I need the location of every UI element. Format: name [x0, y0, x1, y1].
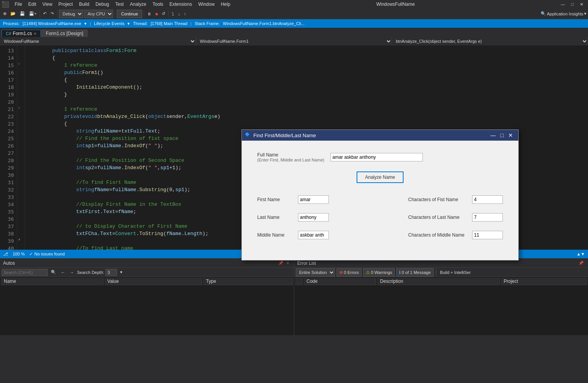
step-over-btn[interactable]: ⤵	[170, 10, 176, 18]
save-btn[interactable]: 💾	[18, 10, 27, 18]
step-in-btn[interactable]: ↓	[176, 10, 182, 18]
cpu-dropdown[interactable]: Any CPU	[84, 10, 113, 18]
autos-forward-btn[interactable]: →	[68, 268, 75, 277]
nav-type-dropdown[interactable]: WindowsFullName.Form1	[196, 37, 392, 45]
error-table-container[interactable]: Code Description Project	[294, 277, 588, 335]
dialog-body: Full Name (Enter First, Middle and Last …	[242, 141, 518, 260]
window-maximize-btn[interactable]: □	[568, 2, 577, 7]
warnings-btn[interactable]: ⚠ 0 Warnings	[363, 268, 395, 277]
chars-middle-input[interactable]	[472, 231, 503, 239]
search-depth-input[interactable]	[106, 269, 117, 276]
tab-form1-design-label: Form1.cs [Design]	[46, 31, 83, 36]
title-bar: WindowsFullName	[233, 2, 558, 7]
toolbar: ⊕ 📂 💾 💾+ ↶ ↷ Debug Any CPU Continue ⏸ ■ …	[0, 8, 588, 19]
app-insights-btn[interactable]: 🔍 Application Insights ▾	[541, 11, 586, 16]
undo-btn[interactable]: ↶	[42, 10, 48, 18]
menu-debug[interactable]: Debug	[92, 1, 112, 8]
chars-first-input[interactable]	[472, 195, 503, 204]
thread-label: Thread:	[133, 21, 147, 26]
vs-logo-icon: ⬛	[2, 1, 9, 8]
nav-class-dropdown[interactable]: WindowsFullName	[0, 37, 196, 45]
debug-dropdown[interactable]: Debug	[59, 10, 83, 18]
dialog-titlebar: 🔷 Find First/Middle/Last Name — □ ✕	[242, 130, 518, 141]
dialog-close-btn[interactable]: ✕	[506, 130, 515, 141]
menu-build[interactable]: Build	[76, 1, 92, 8]
code-line-22: private void btnAnalyze_Click(object sen…	[28, 113, 585, 120]
menu-view[interactable]: View	[39, 1, 55, 8]
open-btn[interactable]: 📂	[9, 10, 17, 18]
lifecycle-label: Lifecycle Events	[94, 21, 124, 26]
error-pin-btn[interactable]: 📌	[577, 259, 585, 267]
dialog-title: Find First/Middle/Last Name	[253, 133, 488, 138]
restart-btn[interactable]: ↺	[160, 10, 167, 18]
tab-form1-design[interactable]: Form1.cs [Design]	[42, 30, 87, 37]
code-line-16: public Form1()	[28, 69, 585, 76]
dialog-maximize-btn[interactable]: □	[498, 130, 506, 141]
redo-btn[interactable]: ↷	[49, 10, 55, 18]
process-value: [11484] WindowsFullName.exe	[23, 21, 81, 26]
tab-form1-cs-close[interactable]: ✕	[34, 32, 37, 36]
lastname-row: Last Name Characters of Last Name	[257, 213, 503, 222]
messages-btn[interactable]: ℹ 0 of 1 Message	[396, 268, 433, 277]
firstname-row: First Name Characters of Fist Name	[257, 195, 503, 204]
tab-bar: C# Form1.cs ✕ Form1.cs [Design]	[0, 28, 588, 37]
autos-search-input[interactable]	[2, 269, 48, 276]
error-col-code: Code	[303, 278, 376, 285]
menu-help[interactable]: Help	[218, 1, 233, 8]
menu-tools[interactable]: Tools	[149, 1, 166, 8]
search-depth-dropdown-btn[interactable]: ▾	[119, 268, 124, 277]
code-line-23: {	[28, 120, 585, 128]
lastname-input[interactable]	[298, 213, 329, 222]
errors-btn[interactable]: ⊗ 0 Errors	[337, 268, 362, 277]
new-project-btn[interactable]: ⊕	[2, 10, 8, 18]
firstname-input[interactable]	[298, 195, 329, 204]
error-scope-dropdown[interactable]: Entire Solution	[296, 268, 335, 277]
analyze-btn-row: Analyze Name	[257, 171, 503, 183]
step-out-btn[interactable]: ↑	[183, 10, 188, 18]
error-table: Code Description Project	[294, 277, 588, 286]
nav-arrows[interactable]: ▲▼	[576, 252, 585, 256]
stop-btn[interactable]: ■	[154, 10, 159, 18]
zoom-level: 100 %	[13, 252, 25, 256]
autos-panel: Autos 📌 ✕ 🔍 ← → Search Depth: ▾ Name Val…	[0, 259, 294, 335]
chars-last-label: Characters of Last Name	[408, 215, 466, 220]
nav-member-dropdown[interactable]: btnAnalyze_Click(object sender, EventArg…	[392, 37, 588, 45]
menu-analyze[interactable]: Analyze	[127, 1, 149, 8]
chars-last-input[interactable]	[472, 213, 503, 222]
autos-search-btn[interactable]: 🔍	[49, 268, 58, 277]
menu-test[interactable]: Test	[112, 1, 127, 8]
dialog-minimize-btn[interactable]: —	[488, 130, 498, 141]
process-dropdown-icon[interactable]: ▾	[84, 21, 87, 26]
save-all-btn[interactable]: 💾+	[27, 10, 38, 18]
warnings-count: 0 Warnings	[371, 270, 392, 275]
middlename-input[interactable]	[298, 231, 329, 239]
chars-middle-label: Characters of Middle Name	[408, 232, 466, 238]
tab-form1-cs[interactable]: C# Form1.cs ✕	[2, 30, 41, 37]
sep4	[144, 10, 144, 17]
window-minimize-btn[interactable]: —	[558, 2, 568, 7]
message-icon: ℹ	[399, 270, 401, 275]
messages-count: 0 of 1 Message	[402, 270, 431, 275]
bottom-area: Autos 📌 ✕ 🔍 ← → Search Depth: ▾ Name Val…	[0, 258, 588, 335]
app-insights-chevron-icon: ▾	[584, 11, 586, 16]
window-close-btn[interactable]: ✕	[577, 2, 586, 7]
fullname-input[interactable]	[330, 153, 423, 161]
menu-extensions[interactable]: Extensions	[166, 1, 195, 8]
continue-btn[interactable]: Continue	[117, 10, 142, 18]
autos-toolbar: 🔍 ← → Search Depth: ▾	[0, 268, 294, 277]
tab-form1-cs-icon: C#	[6, 31, 11, 36]
menu-file[interactable]: File	[12, 1, 25, 8]
analyze-btn[interactable]: Analyze Name	[357, 171, 404, 183]
issues-area: ✓ No issues found	[29, 252, 65, 257]
panel-sep	[436, 269, 436, 276]
lifecycle-dropdown-icon[interactable]: ▾	[127, 21, 130, 26]
menu-edit[interactable]: Edit	[25, 1, 39, 8]
pause-btn[interactable]: ⏸	[146, 10, 153, 18]
firstname-label: First Name	[257, 197, 292, 202]
build-intellisense-btn[interactable]: Build + IntelliSer	[439, 268, 472, 277]
autos-table-container[interactable]: Name Value Type	[0, 277, 294, 335]
autos-back-btn[interactable]: ←	[59, 268, 67, 277]
status-branch-icon: ⎇	[3, 252, 8, 257]
menu-window[interactable]: Window	[195, 1, 218, 8]
menu-project[interactable]: Project	[55, 1, 76, 8]
